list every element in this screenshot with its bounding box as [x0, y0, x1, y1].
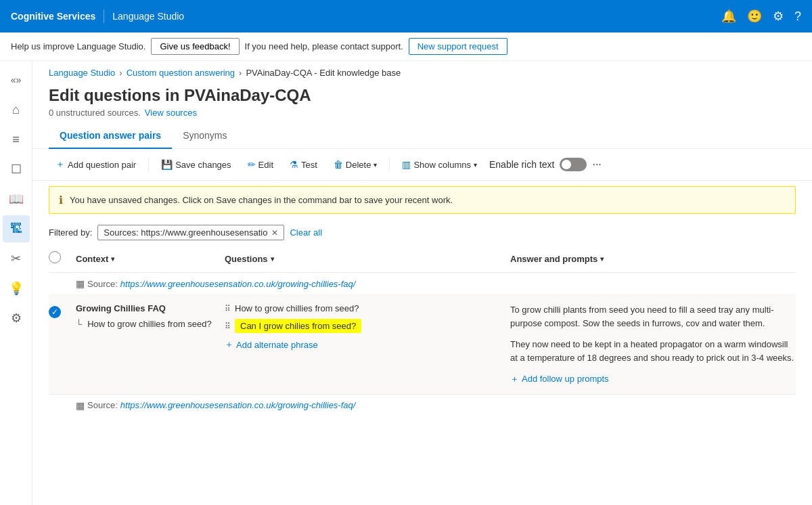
- unstructured-count: 0 unstructured sources.: [49, 108, 141, 118]
- feedback-bar: Help us improve Language Studio. Give us…: [0, 32, 812, 61]
- source-url[interactable]: https://www.greenhousesensation.co.uk/gr…: [120, 279, 356, 289]
- edit-button[interactable]: ✏ Edit: [241, 155, 280, 174]
- save-changes-button[interactable]: 💾 Save changes: [154, 155, 238, 174]
- enable-rich-text-label: Enable rich text: [489, 159, 555, 170]
- collapse-sidebar-icon[interactable]: «»: [3, 66, 30, 93]
- bottom-source-row: ▦ Source: https://www.greenhousesensatio…: [49, 395, 796, 416]
- support-button[interactable]: New support request: [409, 38, 508, 55]
- breadcrumb-sep-2: ›: [239, 68, 242, 78]
- rich-text-toggle[interactable]: [560, 158, 587, 171]
- toggle-knob: [562, 160, 571, 169]
- context-chevron-icon: ▾: [111, 255, 114, 263]
- edit-icon: ✏: [248, 159, 256, 170]
- breadcrumb-language-studio[interactable]: Language Studio: [49, 68, 115, 78]
- highlighted-question[interactable]: Can I grow chilies from seed?: [235, 319, 361, 333]
- more-options-button[interactable]: ···: [589, 156, 604, 173]
- row-checkbox[interactable]: ✓: [49, 306, 61, 318]
- brand-label: Cognitive Services: [11, 11, 95, 22]
- view-sources-link[interactable]: View sources: [145, 108, 197, 118]
- table-area: Context ▾ Questions ▾ Answer and prompts…: [32, 246, 812, 416]
- col-checkbox: [49, 251, 76, 267]
- breadcrumb-cqa[interactable]: Custom question answering: [127, 68, 235, 78]
- test-button[interactable]: ⚗ Test: [283, 155, 324, 174]
- show-columns-button[interactable]: ▥ Show columns ▾: [395, 155, 484, 174]
- qa-title: Growing Chillies FAQ: [76, 303, 217, 313]
- source-row: ▦ Source: https://www.greenhousesensatio…: [49, 273, 796, 295]
- col-questions[interactable]: Questions ▾: [225, 251, 510, 267]
- qa-context-col: Growing Chillies FAQ └ How to grow chill…: [76, 303, 225, 386]
- settings-icon[interactable]: ⚙: [773, 9, 784, 24]
- feedback-text: Help us improve Language Studio.: [11, 41, 145, 51]
- source-label: ▦ Source: https://www.greenhousesensatio…: [76, 278, 796, 289]
- filter-chip-remove[interactable]: ✕: [271, 228, 278, 238]
- toolbar-divider-1: [148, 158, 149, 171]
- answer-paragraph-2: They now need to be kept in a heated pro…: [510, 338, 796, 364]
- bell-icon[interactable]: 🔔: [721, 9, 736, 24]
- rich-text-toggle-wrapper: Enable rich text: [489, 158, 587, 171]
- add-icon: ＋: [55, 158, 65, 171]
- page-title: Edit questions in PVAinaDay-CQA: [49, 86, 796, 105]
- drag-icon-2: ⠿: [225, 322, 231, 331]
- qa-subtitle: └ How to grow chillies from seed?: [76, 319, 217, 329]
- bottom-source-empty: [49, 400, 76, 411]
- toolbar: ＋ Add question pair 💾 Save changes ✏ Edi…: [32, 149, 812, 181]
- breadcrumb: Language Studio › Custom question answer…: [32, 61, 812, 78]
- add-alternate-phrase-button[interactable]: ＋ Add alternate phrase: [225, 338, 502, 351]
- warning-icon: ℹ: [59, 194, 63, 206]
- main-layout: «» ⌂ ≡ ☐ 📖 🏗 ✂ 💡 ⚙ Language Studio › Cus…: [0, 61, 812, 505]
- filter-chip: Sources: https://www.greenhousesensatio …: [97, 225, 284, 240]
- indent-icon: └: [76, 319, 82, 329]
- breadcrumb-current: PVAinaDay-CQA - Edit knowledge base: [246, 68, 401, 78]
- clear-all-button[interactable]: Clear all: [290, 227, 322, 238]
- questions-chevron-icon: ▾: [271, 255, 274, 263]
- bottom-source-prefix: Source:: [87, 400, 118, 410]
- question-text-1: How to grow chillies from seed?: [235, 303, 359, 313]
- columns-chevron-icon: ▾: [474, 161, 477, 169]
- document-icon[interactable]: ☐: [3, 156, 30, 183]
- face-icon[interactable]: 🙂: [747, 9, 762, 24]
- columns-icon: ▥: [402, 159, 411, 170]
- question-item-1: ⠿ How to grow chillies from seed?: [225, 303, 502, 313]
- drag-icon-1: ⠿: [225, 304, 231, 313]
- tab-synonyms[interactable]: Synonyms: [172, 123, 238, 149]
- lightbulb-icon[interactable]: 💡: [3, 275, 30, 302]
- warning-text: You have unsaved changes. Click on Save …: [70, 195, 453, 205]
- col-answers[interactable]: Answer and prompts ▾: [510, 251, 796, 267]
- warning-banner: ℹ You have unsaved changes. Click on Sav…: [49, 186, 796, 214]
- sidebar: «» ⌂ ≡ ☐ 📖 🏗 ✂ 💡 ⚙: [0, 61, 32, 505]
- source-table-icon: ▦: [76, 278, 85, 289]
- qa-row: ✓ Growing Chillies FAQ └ How to grow chi…: [49, 295, 796, 395]
- filter-label: Filtered by:: [49, 227, 92, 238]
- nav-title: Language Studio: [112, 11, 184, 22]
- settings-sidebar-icon[interactable]: ⚙: [3, 305, 30, 332]
- qa-subtitle-text: How to grow chillies from seed?: [87, 319, 212, 329]
- filter-chip-text: Sources: https://www.greenhousesensatio: [104, 227, 267, 238]
- filter-bar: Filtered by: Sources: https://www.greenh…: [32, 219, 812, 246]
- qa-checkbox-col: ✓: [49, 303, 76, 386]
- feedback-button[interactable]: Give us feedback!: [151, 38, 239, 55]
- top-nav: Cognitive Services Language Studio 🔔 🙂 ⚙…: [0, 0, 812, 32]
- nav-divider: [104, 9, 104, 23]
- page-title-area: Edit questions in PVAinaDay-CQA 0 unstru…: [32, 78, 812, 118]
- breadcrumb-sep-1: ›: [119, 68, 122, 78]
- page-subtitle: 0 unstructured sources. View sources: [49, 108, 796, 118]
- book-icon[interactable]: 📖: [3, 185, 30, 213]
- help-icon[interactable]: ?: [794, 9, 801, 24]
- delete-button[interactable]: 🗑 Delete ▾: [327, 155, 384, 174]
- table-header: Context ▾ Questions ▾ Answer and prompts…: [49, 246, 796, 273]
- add-question-pair-button[interactable]: ＋ Add question pair: [49, 154, 143, 175]
- scissors-icon[interactable]: ✂: [3, 245, 30, 272]
- list-icon[interactable]: ≡: [3, 126, 30, 153]
- add-followup-icon: ＋: [510, 372, 519, 386]
- home-icon[interactable]: ⌂: [3, 96, 30, 123]
- build-icon[interactable]: 🏗: [3, 215, 30, 242]
- col-context[interactable]: Context ▾: [76, 251, 225, 267]
- tab-question-answer-pairs[interactable]: Question answer pairs: [49, 123, 172, 149]
- bottom-source-label: ▦ Source: https://www.greenhousesensatio…: [76, 400, 796, 411]
- answer-paragraph-1: To grow chilli plants from seed you need…: [510, 303, 796, 330]
- toolbar-divider-2: [389, 158, 390, 171]
- add-followup-button[interactable]: ＋ Add follow up prompts: [510, 372, 796, 386]
- delete-chevron-icon: ▾: [374, 161, 377, 169]
- bottom-source-url[interactable]: https://www.greenhousesensation.co.uk/gr…: [120, 400, 356, 410]
- bottom-source-table-icon: ▦: [76, 400, 85, 411]
